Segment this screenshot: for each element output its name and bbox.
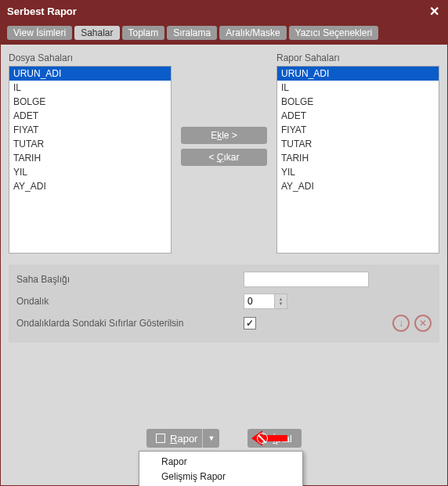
content-panel: Dosya Sahaları URUN_ADIILBOLGEADETFIYATT… [1,45,447,485]
tabstrip: View İsimleri Sahalar Toplam Sıralama Ar… [1,21,447,45]
field-title-input[interactable] [244,272,369,287]
list-item[interactable]: URUN_ADI [9,67,171,81]
list-item[interactable]: AY_ADI [277,179,439,193]
list-item[interactable]: TARIH [9,151,171,165]
spinner-buttons[interactable]: ▲▼ [275,293,287,309]
list-item[interactable]: YIL [277,165,439,179]
tab-view-isimleri[interactable]: View İsimleri [7,26,72,40]
remove-button[interactable]: < Çıkar [181,149,267,166]
delete-icon[interactable]: ✕ [414,315,432,332]
cancel-icon [257,433,268,444]
bottom-bar: Rapor ▼ İptal [9,429,439,448]
rapor-dropdown-arrow[interactable]: ▼ [202,429,219,448]
panel-icon-buttons: ↓ ✕ [392,315,432,332]
trailing-zeros-label: Ondalıklarda Sondaki Sıfırlar Gösterilsi… [16,318,244,329]
field-title-label: Saha Başlığı [16,274,244,285]
menu-item-rapor[interactable]: Rapor [139,454,302,469]
titlebar: Serbest Rapor ✕ [1,1,447,21]
columns: Dosya Sahaları URUN_ADIILBOLGEADETFIYATT… [9,52,439,254]
list-item[interactable]: TUTAR [277,137,439,151]
rapor-button[interactable]: Rapor ▼ [146,429,219,448]
menu-item-gelismis-rapor[interactable]: Gelişmiş Rapor [139,469,302,484]
rapor-dropdown-menu: Rapor Gelişmiş Rapor Grid Rapor Pivot Ra… [139,451,303,486]
list-item[interactable]: FIYAT [9,123,171,137]
report-fields-listbox[interactable]: URUN_ADIILBOLGEADETFIYATTUTARTARIHYILAY_… [276,66,439,254]
tab-aralik-maske[interactable]: Aralık/Maske [219,26,286,40]
close-icon[interactable]: ✕ [427,4,441,18]
download-icon[interactable]: ↓ [392,315,410,332]
field-settings-panel: Saha Başlığı Ondalık ▲▼ Ondalıklarda Son… [9,265,439,343]
tab-yazici-secenekleri[interactable]: Yazıcı Seçenekleri [289,26,379,40]
list-item[interactable]: TARIH [277,151,439,165]
file-fields-listbox[interactable]: URUN_ADIILBOLGEADETFIYATTUTARTARIHYILAY_… [9,66,172,254]
left-column: Dosya Sahaları URUN_ADIILBOLGEADETFIYATT… [9,52,172,254]
tab-sahalar[interactable]: Sahalar [74,26,119,40]
tab-siralama[interactable]: Sıralama [167,26,217,40]
list-item[interactable]: TUTAR [9,137,171,151]
decimal-spinner: ▲▼ [244,293,287,309]
decimal-label: Ondalık [16,296,244,307]
window: Serbest Rapor ✕ View İsimleri Sahalar To… [0,0,448,486]
tab-toplam[interactable]: Toplam [122,26,165,40]
report-icon [156,434,165,443]
list-item[interactable]: ADET [277,109,439,123]
decimal-input[interactable] [244,293,275,309]
list-item[interactable]: BOLGE [277,95,439,109]
list-item[interactable]: YIL [9,165,171,179]
row-field-title: Saha Başlığı [16,271,432,288]
right-list-label: Rapor Sahaları [276,52,439,63]
middle-buttons: Ekle > < Çıkar [181,52,267,166]
add-button[interactable]: Ekle > [181,127,267,144]
trailing-zeros-checkbox[interactable]: ✓ [244,317,256,329]
list-item[interactable]: FIYAT [277,123,439,137]
row-decimal: Ondalık ▲▼ [16,293,432,310]
list-item[interactable]: ADET [9,109,171,123]
row-trailing-zeros: Ondalıklarda Sondaki Sıfırlar Gösterilsi… [16,315,432,332]
list-item[interactable]: AY_ADI [9,179,171,193]
window-title: Serbest Rapor [7,5,77,17]
list-item[interactable]: BOLGE [9,95,171,109]
list-item[interactable]: IL [277,81,439,95]
list-item[interactable]: IL [9,81,171,95]
right-column: Rapor Sahaları URUN_ADIILBOLGEADETFIYATT… [276,52,439,254]
list-item[interactable]: URUN_ADI [277,67,439,81]
left-list-label: Dosya Sahaları [9,52,172,63]
